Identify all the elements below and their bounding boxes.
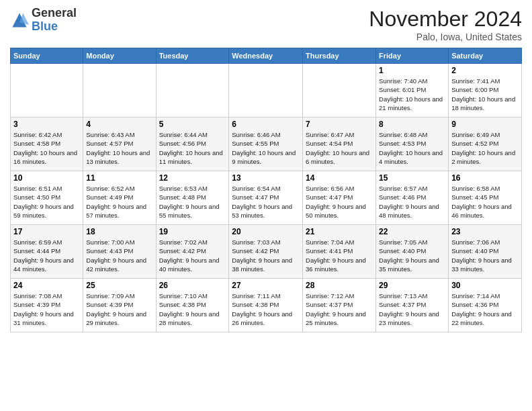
calendar-cell: 8Sunrise: 6:48 AM Sunset: 4:53 PM Daylig…	[376, 118, 449, 171]
logo-general-text: General	[32, 6, 77, 19]
day-info: Sunrise: 7:40 AM Sunset: 6:01 PM Dayligh…	[379, 77, 445, 112]
calendar-cell: 6Sunrise: 6:46 AM Sunset: 4:55 PM Daylig…	[229, 118, 303, 171]
day-number: 19	[159, 227, 226, 236]
calendar-cell: 5Sunrise: 6:44 AM Sunset: 4:56 PM Daylig…	[156, 118, 229, 171]
calendar-week-1: 1Sunrise: 7:40 AM Sunset: 6:01 PM Daylig…	[11, 64, 522, 118]
day-number: 20	[232, 227, 300, 236]
calendar-cell: 15Sunrise: 6:57 AM Sunset: 4:46 PM Dayli…	[376, 171, 449, 225]
day-number: 5	[159, 120, 226, 129]
calendar-cell: 25Sunrise: 7:09 AM Sunset: 4:39 PM Dayli…	[83, 279, 156, 332]
col-saturday: Saturday	[449, 48, 522, 64]
calendar-table: Sunday Monday Tuesday Wednesday Thursday…	[10, 48, 522, 332]
calendar-cell: 2Sunrise: 7:41 AM Sunset: 6:00 PM Daylig…	[449, 64, 522, 118]
day-info: Sunrise: 6:51 AM Sunset: 4:50 PM Dayligh…	[13, 184, 80, 220]
title-block: November 2024 Palo, Iowa, United States	[369, 7, 522, 42]
col-thursday: Thursday	[303, 48, 376, 64]
calendar-cell: 24Sunrise: 7:08 AM Sunset: 4:39 PM Dayli…	[11, 279, 83, 332]
day-info: Sunrise: 6:44 AM Sunset: 4:56 PM Dayligh…	[159, 130, 226, 166]
day-number: 11	[86, 173, 152, 183]
day-number: 21	[306, 227, 373, 236]
day-number: 24	[13, 281, 80, 290]
calendar-cell: 27Sunrise: 7:11 AM Sunset: 4:38 PM Dayli…	[229, 279, 303, 332]
calendar-cell: 23Sunrise: 7:06 AM Sunset: 4:40 PM Dayli…	[449, 225, 522, 279]
calendar-cell: 30Sunrise: 7:14 AM Sunset: 4:36 PM Dayli…	[449, 279, 522, 332]
day-info: Sunrise: 6:49 AM Sunset: 4:52 PM Dayligh…	[451, 130, 519, 166]
day-number: 8	[379, 120, 445, 129]
day-number: 17	[13, 227, 80, 236]
day-number: 30	[451, 281, 519, 290]
day-number: 25	[86, 281, 152, 290]
day-info: Sunrise: 7:14 AM Sunset: 4:36 PM Dayligh…	[451, 291, 519, 327]
col-friday: Friday	[376, 48, 449, 64]
calendar-cell: 26Sunrise: 7:10 AM Sunset: 4:38 PM Dayli…	[156, 279, 229, 332]
day-number: 26	[159, 281, 226, 290]
col-tuesday: Tuesday	[156, 48, 229, 64]
location: Palo, Iowa, United States	[369, 32, 522, 42]
day-number: 9	[451, 120, 519, 129]
day-info: Sunrise: 7:04 AM Sunset: 4:41 PM Dayligh…	[306, 238, 373, 273]
day-number: 14	[306, 173, 373, 183]
month-title: November 2024	[369, 7, 522, 32]
page-header: General Blue November 2024 Palo, Iowa, U…	[10, 7, 522, 42]
day-info: Sunrise: 6:59 AM Sunset: 4:44 PM Dayligh…	[13, 238, 80, 273]
day-info: Sunrise: 7:06 AM Sunset: 4:40 PM Dayligh…	[451, 238, 519, 273]
day-number: 23	[451, 227, 519, 236]
day-info: Sunrise: 6:54 AM Sunset: 4:47 PM Dayligh…	[232, 184, 300, 220]
logo: General Blue	[10, 7, 77, 34]
day-number: 10	[13, 173, 80, 183]
calendar-cell: 3Sunrise: 6:42 AM Sunset: 4:58 PM Daylig…	[11, 118, 83, 171]
day-info: Sunrise: 7:10 AM Sunset: 4:38 PM Dayligh…	[159, 291, 226, 327]
calendar-cell: 11Sunrise: 6:52 AM Sunset: 4:49 PM Dayli…	[83, 171, 156, 225]
day-info: Sunrise: 6:42 AM Sunset: 4:58 PM Dayligh…	[13, 130, 80, 166]
calendar-week-4: 17Sunrise: 6:59 AM Sunset: 4:44 PM Dayli…	[11, 225, 522, 279]
day-number: 29	[379, 281, 445, 290]
day-info: Sunrise: 6:53 AM Sunset: 4:48 PM Dayligh…	[159, 184, 226, 220]
col-monday: Monday	[83, 48, 156, 64]
day-number: 12	[159, 173, 226, 183]
calendar-cell: 9Sunrise: 6:49 AM Sunset: 4:52 PM Daylig…	[449, 118, 522, 171]
day-number: 15	[379, 173, 445, 183]
day-number: 3	[13, 120, 80, 129]
logo-blue-text: Blue	[32, 19, 58, 33]
calendar-cell	[303, 64, 376, 118]
calendar-cell	[156, 64, 229, 118]
calendar-cell: 10Sunrise: 6:51 AM Sunset: 4:50 PM Dayli…	[11, 171, 83, 225]
day-number: 18	[86, 227, 152, 236]
calendar-cell	[83, 64, 156, 118]
calendar-cell: 14Sunrise: 6:56 AM Sunset: 4:47 PM Dayli…	[303, 171, 376, 225]
day-info: Sunrise: 7:12 AM Sunset: 4:37 PM Dayligh…	[306, 291, 373, 327]
day-number: 1	[379, 66, 445, 75]
day-number: 16	[451, 173, 519, 183]
day-info: Sunrise: 7:00 AM Sunset: 4:43 PM Dayligh…	[86, 238, 152, 273]
day-number: 4	[86, 120, 152, 129]
day-info: Sunrise: 7:08 AM Sunset: 4:39 PM Dayligh…	[13, 291, 80, 327]
calendar-cell: 17Sunrise: 6:59 AM Sunset: 4:44 PM Dayli…	[11, 225, 83, 279]
day-info: Sunrise: 6:52 AM Sunset: 4:49 PM Dayligh…	[86, 184, 152, 220]
day-info: Sunrise: 7:03 AM Sunset: 4:42 PM Dayligh…	[232, 238, 300, 273]
day-info: Sunrise: 6:48 AM Sunset: 4:53 PM Dayligh…	[379, 130, 445, 166]
calendar-cell	[229, 64, 303, 118]
logo-icon	[10, 11, 29, 30]
day-info: Sunrise: 6:57 AM Sunset: 4:46 PM Dayligh…	[379, 184, 445, 220]
day-info: Sunrise: 7:11 AM Sunset: 4:38 PM Dayligh…	[232, 291, 300, 327]
day-info: Sunrise: 7:02 AM Sunset: 4:42 PM Dayligh…	[159, 238, 226, 273]
day-number: 27	[232, 281, 300, 290]
calendar-week-3: 10Sunrise: 6:51 AM Sunset: 4:50 PM Dayli…	[11, 171, 522, 225]
calendar-cell	[11, 64, 83, 118]
calendar-cell: 29Sunrise: 7:13 AM Sunset: 4:37 PM Dayli…	[376, 279, 449, 332]
day-info: Sunrise: 7:09 AM Sunset: 4:39 PM Dayligh…	[86, 291, 152, 327]
day-info: Sunrise: 7:41 AM Sunset: 6:00 PM Dayligh…	[451, 77, 519, 112]
calendar-week-2: 3Sunrise: 6:42 AM Sunset: 4:58 PM Daylig…	[11, 118, 522, 171]
calendar-week-5: 24Sunrise: 7:08 AM Sunset: 4:39 PM Dayli…	[11, 279, 522, 332]
day-info: Sunrise: 6:46 AM Sunset: 4:55 PM Dayligh…	[232, 130, 300, 166]
calendar-cell: 20Sunrise: 7:03 AM Sunset: 4:42 PM Dayli…	[229, 225, 303, 279]
day-info: Sunrise: 6:56 AM Sunset: 4:47 PM Dayligh…	[306, 184, 373, 220]
day-number: 13	[232, 173, 300, 183]
calendar-cell: 7Sunrise: 6:47 AM Sunset: 4:54 PM Daylig…	[303, 118, 376, 171]
calendar-cell: 21Sunrise: 7:04 AM Sunset: 4:41 PM Dayli…	[303, 225, 376, 279]
day-info: Sunrise: 6:58 AM Sunset: 4:45 PM Dayligh…	[451, 184, 519, 220]
calendar-header-row: Sunday Monday Tuesday Wednesday Thursday…	[11, 48, 522, 64]
col-wednesday: Wednesday	[229, 48, 303, 64]
calendar-cell: 28Sunrise: 7:12 AM Sunset: 4:37 PM Dayli…	[303, 279, 376, 332]
calendar-cell: 22Sunrise: 7:05 AM Sunset: 4:40 PM Dayli…	[376, 225, 449, 279]
